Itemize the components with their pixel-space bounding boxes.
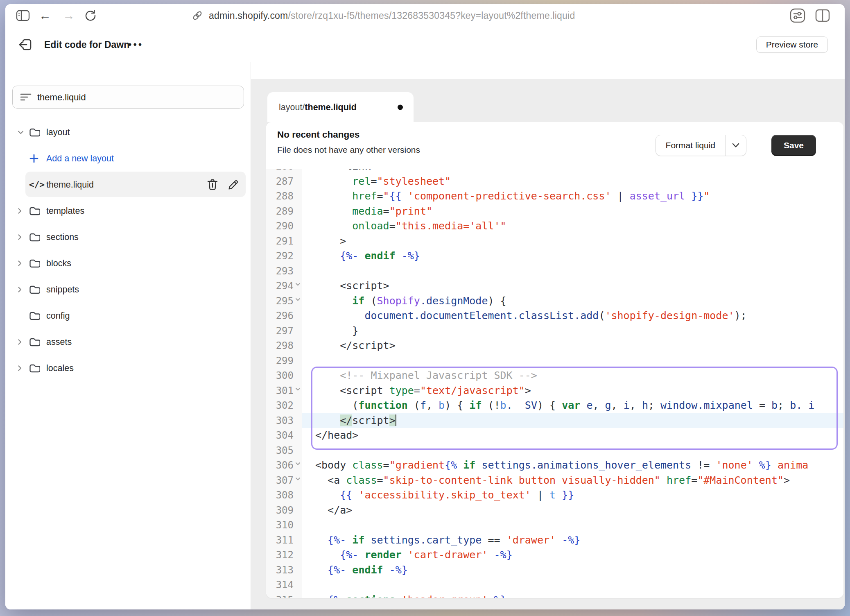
save-button[interactable]: Save [771, 135, 816, 156]
overflow-menu-button[interactable]: ••• [128, 39, 143, 50]
fold-chevron-icon[interactable] [295, 283, 301, 286]
sidebar-item-sections[interactable]: sections [5, 228, 251, 246]
browser-settings-icon[interactable] [790, 8, 805, 23]
code-line-content: </script> [302, 413, 843, 428]
code-line-291[interactable]: 291 > [266, 234, 843, 249]
code-line-content: <!-- Mixpanel Javascript SDK --> [302, 368, 843, 383]
url-path: /store/rzq1xu-f5/themes/132683530345?key… [288, 10, 575, 21]
code-line-307[interactable]: 307 <a class="skip-to-content-link butto… [266, 473, 843, 488]
code-line-306[interactable]: 306<body class="gradient{% if settings.a… [266, 458, 843, 473]
line-number: 303 [266, 413, 302, 428]
split-view-icon[interactable] [815, 9, 830, 22]
code-line-content: if (Shopify.designMode) { [302, 294, 843, 309]
code-line-309[interactable]: 309 </a> [266, 503, 843, 518]
code-line-289[interactable]: 289 media="print" [266, 204, 843, 219]
sidebar-toggle-icon[interactable] [16, 9, 30, 22]
sidebar-item-add-a-new-layout[interactable]: Add a new layout [5, 149, 251, 168]
code-line-293[interactable]: 293 [266, 264, 843, 279]
exit-editor-icon[interactable] [18, 38, 32, 52]
code-line-315[interactable]: 315 {% sections 'header-group' %} [266, 593, 843, 598]
preview-store-button[interactable]: Preview store [756, 36, 828, 53]
code-line-content: {%- endif -%} [302, 563, 843, 578]
code-line-308[interactable]: 308 {{ 'accessibility.skip_to_text' | t … [266, 488, 843, 503]
code-line-content [302, 518, 843, 533]
code-line-content: onload="this.media='all'" [302, 219, 843, 234]
code-line-292[interactable]: 292 {%- endif -%} [266, 249, 843, 264]
code-line-content: </a> [302, 503, 843, 518]
code-line-content: {%- render 'cart-drawer' -%} [302, 548, 843, 563]
code-line-290[interactable]: 290 onload="this.media='all'" [266, 219, 843, 234]
code-line-content: } [302, 324, 843, 339]
sidebar-item-label: theme.liquid [46, 180, 94, 190]
code-editor[interactable]: 286 <link287 rel="stylesheet"288 href="{… [266, 169, 843, 598]
chevron-right-icon[interactable] [18, 339, 22, 345]
tab-theme-liquid[interactable]: layout/theme.liquid [267, 92, 414, 122]
sidebar-item-label: Add a new layout [46, 154, 114, 164]
fold-chevron-icon[interactable] [295, 387, 301, 391]
code-line-314[interactable]: 314 [266, 578, 843, 593]
chevron-right-icon[interactable] [18, 208, 22, 214]
forward-icon[interactable]: → [63, 9, 75, 22]
sidebar-item-assets[interactable]: assets [5, 333, 251, 351]
sidebar-item-theme-liquid[interactable]: </>theme.liquid [5, 176, 251, 194]
delete-file-icon[interactable] [207, 179, 218, 191]
code-line-299[interactable]: 299 [266, 353, 843, 369]
code-line-311[interactable]: 311 {%- if settings.cart_type == 'drawer… [266, 533, 843, 548]
toolbar-divider [761, 122, 761, 169]
line-number: 298 [266, 338, 302, 353]
line-number: 313 [266, 563, 302, 578]
sidebar-item-locales[interactable]: locales [5, 359, 251, 377]
folder-icon [29, 128, 40, 137]
folder-icon [29, 233, 40, 242]
code-line-content: <body class="gradient{% if settings.anim… [302, 458, 843, 473]
sidebar-item-blocks[interactable]: blocks [5, 254, 251, 272]
sidebar-item-label: sections [46, 232, 79, 242]
fold-chevron-icon[interactable] [295, 477, 301, 481]
sidebar-item-layout[interactable]: layout [5, 123, 251, 141]
rename-file-icon[interactable] [227, 179, 240, 191]
code-line-294[interactable]: 294 <script> [266, 279, 843, 294]
code-line-288[interactable]: 288 href="{{ 'component-predictive-searc… [266, 189, 843, 204]
format-liquid-button[interactable]: Format liquid [656, 135, 746, 156]
reload-icon[interactable] [84, 9, 97, 22]
plus-icon [29, 154, 39, 163]
sidebar-item-snippets[interactable]: snippets [5, 281, 251, 299]
back-icon[interactable]: ← [39, 9, 51, 22]
code-line-304[interactable]: 304</head> [266, 428, 843, 443]
code-line-298[interactable]: 298 </script> [266, 338, 843, 353]
chevron-right-icon[interactable] [18, 234, 22, 240]
link-icon [192, 10, 203, 21]
chevron-down-icon[interactable] [18, 130, 24, 134]
code-line-312[interactable]: 312 {%- render 'cart-drawer' -%} [266, 548, 843, 563]
code-line-313[interactable]: 313 {%- endif -%} [266, 563, 843, 578]
sidebar-item-templates[interactable]: templates [5, 202, 251, 220]
chevron-right-icon[interactable] [18, 365, 22, 371]
code-line-305[interactable]: 305 [266, 443, 843, 458]
sidebar-item-label: locales [46, 363, 74, 374]
line-number: 311 [266, 533, 302, 548]
fold-chevron-icon[interactable] [295, 298, 301, 301]
chevron-right-icon[interactable] [18, 287, 22, 293]
code-line-content: <a class="skip-to-content-link button vi… [302, 473, 843, 488]
code-line-286[interactable]: 286 <link [266, 169, 843, 174]
line-number: 301 [266, 383, 302, 399]
fold-chevron-icon[interactable] [295, 462, 301, 466]
code-line-301[interactable]: 301 <script type="text/javascript"> [266, 383, 843, 399]
code-line-300[interactable]: 300 <!-- Mixpanel Javascript SDK --> [266, 368, 843, 383]
format-dropdown-button[interactable] [725, 135, 746, 156]
code-line-302[interactable]: 302 (function (f, b) { if (!b.__SV) { va… [266, 398, 843, 413]
sidebar-item-config[interactable]: config [5, 307, 251, 325]
app-header: Edit code for Dawn ••• Preview store [5, 27, 845, 63]
code-line-287[interactable]: 287 rel="stylesheet" [266, 174, 843, 189]
chevron-right-icon[interactable] [18, 260, 22, 267]
line-number: 291 [266, 234, 302, 249]
url-bar[interactable]: admin.shopify.com/store/rzq1xu-f5/themes… [209, 10, 575, 21]
line-number: 308 [266, 488, 302, 503]
line-number: 296 [266, 308, 302, 324]
code-line-295[interactable]: 295 if (Shopify.designMode) { [266, 294, 843, 309]
code-line-content: {{ 'accessibility.skip_to_text' | t }} [302, 488, 843, 503]
code-line-303[interactable]: 303 </script> [266, 413, 843, 428]
code-line-296[interactable]: 296 document.documentElement.classList.a… [266, 308, 843, 324]
code-line-310[interactable]: 310 [266, 518, 843, 533]
code-line-297[interactable]: 297 } [266, 324, 843, 339]
